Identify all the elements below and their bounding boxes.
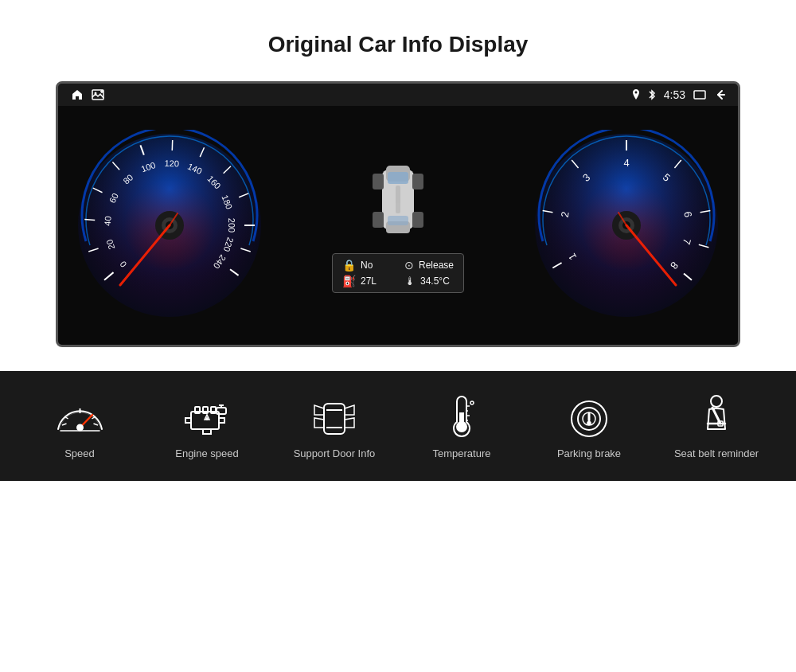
car-top-view bbox=[366, 158, 430, 245]
thermometer-icon-wrap bbox=[434, 395, 490, 439]
temp-info: 🌡 34.5°C bbox=[404, 275, 454, 287]
brake-icon-wrap bbox=[561, 395, 617, 439]
svg-rect-41 bbox=[388, 172, 408, 184]
thermometer-icon bbox=[446, 395, 478, 439]
image-icon bbox=[92, 89, 104, 100]
svg-rect-45 bbox=[373, 212, 384, 228]
svg-rect-42 bbox=[388, 216, 408, 225]
svg-rect-88 bbox=[324, 404, 345, 434]
brake-icon bbox=[565, 395, 613, 439]
bluetooth-icon bbox=[648, 89, 656, 100]
svg-point-77 bbox=[77, 424, 83, 430]
info-grid: 🔒 No ⊙ Release ⛽ 27L 🌡 34.5°C bbox=[332, 253, 464, 293]
status-time: 4:53 bbox=[664, 88, 685, 101]
fuel-info: ⛽ 27L bbox=[342, 275, 392, 287]
feature-seatbelt: Seat belt reminder bbox=[665, 395, 768, 461]
door-icon bbox=[306, 397, 362, 437]
seatbelt-info: 🔒 No bbox=[342, 259, 392, 272]
svg-point-96 bbox=[456, 421, 467, 432]
svg-rect-47 bbox=[396, 186, 400, 213]
center-panel: 🔒 No ⊙ Release ⛽ 27L 🌡 34.5°C bbox=[332, 158, 464, 293]
status-bar: 4:53 bbox=[58, 84, 738, 106]
svg-rect-4 bbox=[694, 91, 705, 99]
temp-value: 34.5°C bbox=[420, 275, 450, 287]
dashboard-wrapper: 4:53 bbox=[56, 81, 740, 347]
svg-text:40: 40 bbox=[103, 216, 113, 226]
feature-speed: Speed bbox=[28, 395, 131, 461]
seatbelt-icon-small: 🔒 bbox=[342, 259, 356, 272]
parking-icon-small: ⊙ bbox=[404, 259, 414, 272]
speedometer-icon bbox=[54, 397, 106, 437]
svg-rect-44 bbox=[412, 174, 423, 189]
parking-info: ⊙ Release bbox=[404, 259, 454, 272]
svg-point-103 bbox=[711, 396, 722, 407]
feature-seatbelt-label: Seat belt reminder bbox=[674, 447, 759, 461]
seatbelt-icon-wrap bbox=[689, 395, 744, 439]
speedometer: 0 20 40 60 80 100 120 bbox=[74, 130, 265, 321]
svg-line-73 bbox=[93, 424, 98, 425]
svg-point-102 bbox=[587, 422, 591, 425]
svg-rect-79 bbox=[191, 412, 219, 429]
status-left bbox=[71, 88, 104, 101]
fuel-value: 27L bbox=[361, 275, 377, 287]
svg-text:4: 4 bbox=[623, 157, 629, 169]
seatbelt-icon bbox=[696, 393, 736, 441]
svg-text:120: 120 bbox=[164, 158, 179, 169]
svg-rect-43 bbox=[373, 174, 384, 189]
door-icon-wrap bbox=[306, 395, 362, 439]
engine-icon bbox=[179, 397, 235, 437]
feature-engine-label: Engine speed bbox=[175, 447, 239, 461]
feature-parking-brake: Parking brake bbox=[537, 395, 641, 461]
temp-icon-small: 🌡 bbox=[404, 275, 416, 287]
back-icon bbox=[714, 89, 725, 100]
location-icon bbox=[632, 89, 640, 100]
features-strip: Speed bbox=[0, 371, 796, 481]
svg-text:200: 200 bbox=[227, 218, 236, 232]
engine-icon-wrap bbox=[179, 395, 235, 439]
screen-icon bbox=[693, 90, 706, 100]
page-title: Original Car Info Display bbox=[268, 32, 529, 57]
svg-rect-83 bbox=[217, 408, 226, 414]
dashboard-screen: 0 20 40 60 80 100 120 bbox=[58, 106, 738, 345]
home-icon bbox=[71, 88, 84, 101]
svg-line-11 bbox=[84, 220, 95, 221]
feature-door-info: Support Door Info bbox=[283, 395, 386, 461]
status-right: 4:53 bbox=[632, 88, 725, 101]
feature-parking-label: Parking brake bbox=[557, 447, 621, 461]
svg-point-87 bbox=[206, 418, 207, 419]
parking-value: Release bbox=[419, 260, 454, 271]
feature-temp-label: Temperature bbox=[433, 447, 491, 461]
tachometer: 1 2 3 4 5 6 7 8 bbox=[531, 130, 722, 321]
feature-door-label: Support Door Info bbox=[294, 447, 376, 461]
feature-speed-label: Speed bbox=[64, 447, 95, 461]
fuel-icon-small: ⛽ bbox=[342, 275, 356, 287]
feature-temperature: Temperature bbox=[410, 395, 513, 461]
svg-line-72 bbox=[62, 424, 67, 425]
svg-point-97 bbox=[470, 401, 474, 404]
svg-rect-46 bbox=[412, 212, 423, 228]
feature-engine-speed: Engine speed bbox=[155, 395, 259, 461]
seatbelt-value: No bbox=[361, 260, 373, 271]
speedometer-icon-wrap bbox=[52, 395, 107, 439]
